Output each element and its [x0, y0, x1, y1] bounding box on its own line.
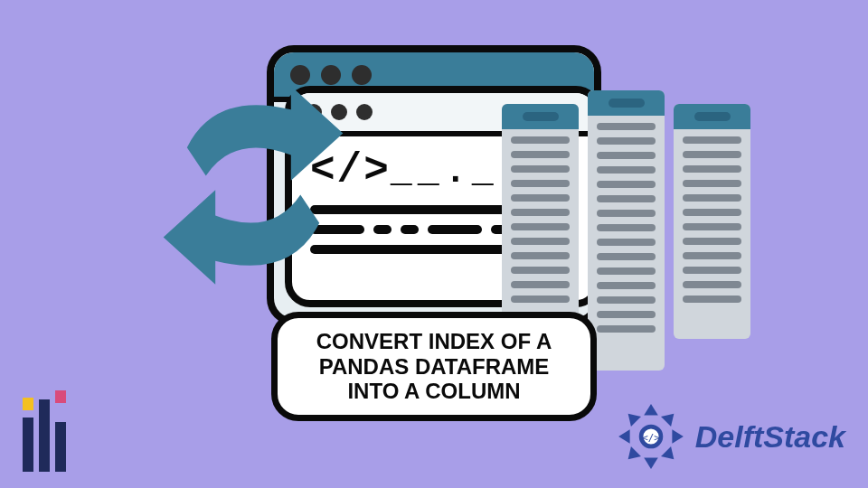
refresh-arrows-icon: [158, 81, 348, 289]
table-column: [502, 104, 579, 339]
table-column: [674, 104, 750, 339]
window-dot: [352, 65, 372, 85]
pandas-logo-icon: [23, 390, 66, 472]
title-text: CONVERT INDEX OF A PANDAS DATAFRAME INTO…: [294, 329, 574, 404]
delftstack-brand: </> DelftStack: [616, 401, 845, 472]
delftstack-rosette-icon: </>: [616, 401, 686, 472]
banner-canvas: </>__._: [0, 0, 868, 488]
brand-name: DelftStack: [695, 419, 845, 455]
svg-text:</>: </>: [642, 432, 660, 444]
window-dot: [356, 104, 373, 120]
title-badge: CONVERT INDEX OF A PANDAS DATAFRAME INTO…: [271, 312, 597, 421]
table-column: [588, 90, 665, 371]
